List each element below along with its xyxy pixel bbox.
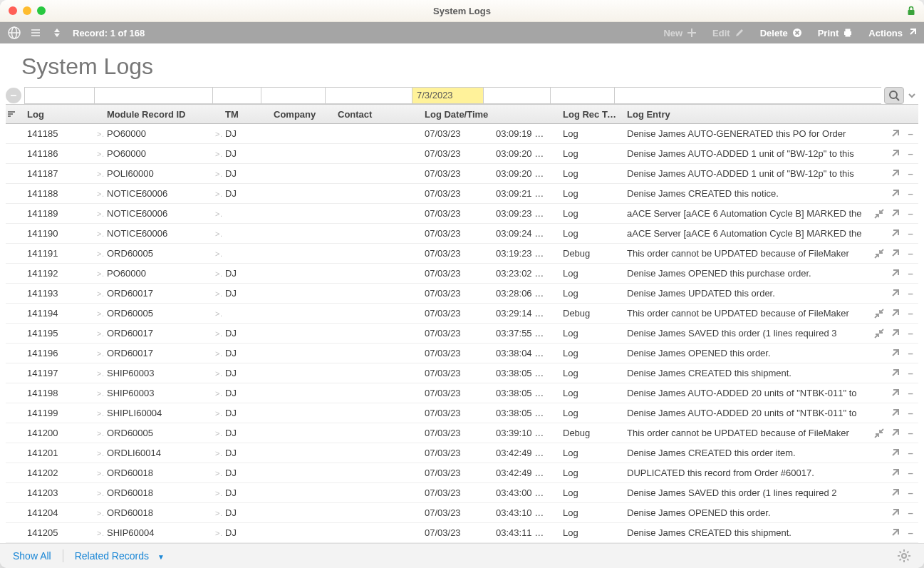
table-row[interactable]: 141202>ORD60018>DJ07/03/2303:42:49 PMLog… (6, 463, 918, 483)
open-record-icon[interactable] (887, 408, 903, 418)
table-row[interactable]: 141194>ORD60005>07/03/2303:29:14 PMDebug… (6, 304, 918, 324)
table-row[interactable]: 141200>ORD60005>DJ07/03/2303:39:10 PMDeb… (6, 423, 918, 443)
goto-tm-icon[interactable]: > (212, 389, 222, 398)
delete-button[interactable]: Delete (760, 28, 802, 38)
globe-icon[interactable] (7, 26, 21, 40)
search-tm[interactable] (212, 87, 261, 104)
remove-row-icon[interactable]: – (903, 348, 918, 358)
sort-updown-icon[interactable] (50, 26, 64, 40)
goto-tm-icon[interactable]: > (212, 170, 222, 178)
open-record-icon[interactable] (887, 488, 903, 498)
open-record-icon[interactable] (887, 129, 903, 139)
table-row[interactable]: 141205>SHIP60004>DJ07/03/2303:43:11 PMLo… (6, 523, 918, 543)
remove-row-icon[interactable]: – (903, 388, 918, 398)
expand-icon[interactable] (871, 428, 887, 438)
goto-tm-icon[interactable]: > (212, 229, 222, 238)
table-row[interactable]: 141190>NOTICE60006>07/03/2303:09:24 PMLo… (6, 224, 918, 244)
open-record-icon[interactable] (887, 528, 903, 538)
goto-tm-icon[interactable]: > (212, 150, 222, 158)
remove-row-icon[interactable]: – (903, 468, 918, 478)
goto-tm-icon[interactable]: > (212, 529, 222, 537)
table-row[interactable]: 141191>ORD60005>07/03/2303:19:23 PMDebug… (6, 244, 918, 264)
goto-tm-icon[interactable]: > (212, 429, 222, 438)
goto-tm-icon[interactable]: > (212, 210, 222, 218)
remove-row-icon[interactable]: – (903, 308, 918, 319)
open-record-icon[interactable] (887, 329, 903, 339)
goto-module-icon[interactable]: > (94, 210, 104, 218)
open-record-icon[interactable] (887, 169, 903, 179)
remove-row-icon[interactable]: – (903, 328, 918, 339)
goto-module-icon[interactable]: > (94, 409, 104, 418)
goto-module-icon[interactable]: > (94, 130, 104, 138)
goto-tm-icon[interactable]: > (212, 469, 222, 477)
search-date[interactable]: 7/3/2023 (412, 87, 483, 104)
minimize-window-button[interactable] (23, 6, 31, 15)
goto-tm-icon[interactable]: > (212, 190, 222, 198)
table-row[interactable]: 141203>ORD60018>DJ07/03/2303:43:00 PMLog… (6, 483, 918, 503)
goto-module-icon[interactable]: > (94, 449, 104, 458)
goto-module-icon[interactable]: > (94, 489, 104, 497)
goto-module-icon[interactable]: > (94, 289, 104, 298)
open-record-icon[interactable] (887, 189, 903, 199)
open-record-icon[interactable] (887, 229, 903, 239)
remove-row-icon[interactable]: – (903, 368, 918, 378)
open-record-icon[interactable] (887, 249, 903, 259)
print-button[interactable]: Print (818, 28, 853, 38)
goto-tm-icon[interactable]: > (212, 289, 222, 298)
remove-row-icon[interactable]: – (903, 268, 918, 279)
search-module[interactable] (94, 87, 212, 104)
table-row[interactable]: 141198>SHIP60003>DJ07/03/2303:38:05 PMLo… (6, 383, 918, 403)
goto-tm-icon[interactable]: > (212, 369, 222, 378)
open-record-icon[interactable] (887, 309, 903, 319)
goto-module-icon[interactable]: > (94, 329, 104, 338)
remove-row-icon[interactable]: – (903, 507, 918, 518)
header-entry[interactable]: Log Entry (624, 109, 871, 120)
remove-row-icon[interactable]: – (903, 168, 918, 179)
remove-row-icon[interactable]: – (903, 288, 918, 299)
open-record-icon[interactable] (887, 468, 903, 478)
grid-body[interactable]: 141185>PO60000>DJ07/03/2303:09:19 PMLogD… (6, 124, 918, 543)
table-row[interactable]: 141188>NOTICE60006>DJ07/03/2303:09:21 PM… (6, 184, 918, 204)
goto-module-icon[interactable]: > (94, 269, 104, 278)
expand-icon[interactable] (871, 209, 887, 219)
open-record-icon[interactable] (887, 388, 903, 398)
open-record-icon[interactable] (887, 348, 903, 358)
header-type[interactable]: Log Rec Type (560, 109, 624, 120)
open-record-icon[interactable] (887, 269, 903, 279)
header-company[interactable]: Company (271, 109, 335, 120)
gear-icon[interactable] (897, 549, 911, 563)
goto-module-icon[interactable]: > (94, 150, 104, 158)
header-tm[interactable]: TM (222, 109, 271, 120)
open-record-icon[interactable] (887, 448, 903, 458)
table-row[interactable]: 141189>NOTICE60006>07/03/2303:09:23 PMLo… (6, 204, 918, 224)
goto-tm-icon[interactable]: > (212, 249, 222, 258)
goto-tm-icon[interactable]: > (212, 329, 222, 338)
remove-row-icon[interactable]: – (903, 228, 918, 239)
open-record-icon[interactable] (887, 508, 903, 518)
goto-tm-icon[interactable]: > (212, 449, 222, 458)
search-time[interactable] (483, 87, 550, 104)
remove-row-icon[interactable]: – (903, 448, 918, 458)
search-log[interactable] (24, 87, 94, 104)
remove-row-icon[interactable]: – (903, 487, 918, 498)
goto-tm-icon[interactable]: > (212, 130, 222, 138)
search-entry[interactable] (614, 87, 881, 104)
expand-icon[interactable] (871, 329, 887, 339)
remove-row-icon[interactable]: – (903, 428, 918, 438)
remove-row-icon[interactable]: – (903, 527, 918, 538)
table-row[interactable]: 141187>POLI60000>DJ07/03/2303:09:20 PMLo… (6, 164, 918, 184)
goto-module-icon[interactable]: > (94, 190, 104, 198)
header-module[interactable]: Module Record ID (104, 109, 212, 120)
table-row[interactable]: 141201>ORDLI60014>DJ07/03/2303:42:49 PML… (6, 443, 918, 463)
goto-module-icon[interactable]: > (94, 369, 104, 378)
open-record-icon[interactable] (887, 428, 903, 438)
goto-module-icon[interactable]: > (94, 389, 104, 398)
show-all-link[interactable]: Show All (13, 550, 51, 562)
sort-icon[interactable] (6, 109, 24, 119)
table-row[interactable]: 141185>PO60000>DJ07/03/2303:09:19 PMLogD… (6, 124, 918, 144)
remove-row-icon[interactable]: – (903, 248, 918, 259)
open-record-icon[interactable] (887, 289, 903, 299)
goto-module-icon[interactable]: > (94, 529, 104, 537)
goto-module-icon[interactable]: > (94, 469, 104, 477)
remove-row-icon[interactable]: – (903, 188, 918, 199)
